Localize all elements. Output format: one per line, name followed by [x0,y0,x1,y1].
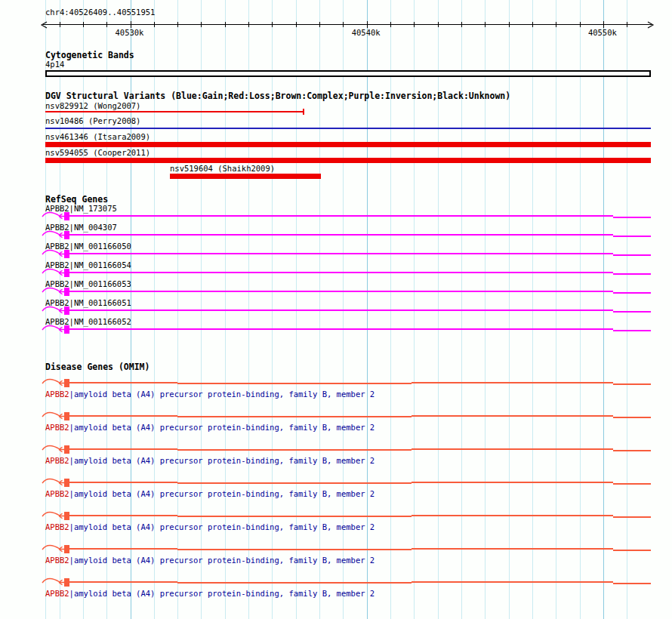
gene-line[interactable] [177,549,412,550]
gene-label[interactable]: APBB2|amyloid beta (A4) precursor protei… [45,457,375,465]
exon-block[interactable] [64,445,69,454]
gene-line[interactable] [412,548,613,550]
gene-description: |amyloid beta (A4) precursor protein-bin… [69,589,375,598]
intron-hat-icon [42,513,60,516]
gene-line[interactable] [412,482,613,483]
gene-line[interactable] [69,448,177,450]
gene-line[interactable] [613,417,651,418]
gene-line[interactable] [69,415,177,417]
gene-line[interactable] [177,416,412,417]
gene-line[interactable] [613,383,651,385]
gene-description: |amyloid beta (A4) precursor protein-bin… [69,423,375,432]
gene-label[interactable]: APBB2|amyloid beta (A4) precursor protei… [45,390,375,399]
gene-line[interactable] [613,516,651,518]
gene-label[interactable]: APBB2|amyloid beta (A4) precursor protei… [45,523,375,531]
intron-hat-icon [42,579,60,583]
gene-line[interactable] [177,449,412,451]
gene-line[interactable] [613,483,651,485]
exon-block[interactable] [64,379,69,387]
gene-line[interactable] [69,581,177,583]
gene-line[interactable] [412,581,613,583]
gene-symbol: APBB2 [45,423,69,432]
omim-track: APBB2|amyloid beta (A4) precursor protei… [0,0,672,619]
gene-line[interactable] [412,448,613,450]
gene-line[interactable] [412,415,613,417]
gene-line[interactable] [412,515,613,516]
intron-hat-icon [42,413,60,417]
gene-line[interactable] [177,482,412,484]
gene-description: |amyloid beta (A4) precursor protein-bin… [69,489,375,498]
gene-symbol: APBB2 [45,456,69,465]
gene-line[interactable] [613,550,651,551]
exon-block[interactable] [64,578,69,587]
gene-symbol: APBB2 [45,522,69,531]
gene-line[interactable] [412,382,613,383]
gene-line[interactable] [177,383,412,384]
genome-browser-view: chr4:40526409..40551951 40530k40540k4055… [0,0,672,619]
gene-line[interactable] [69,482,177,483]
gene-symbol: APBB2 [45,390,69,399]
gene-line[interactable] [177,516,412,517]
intron-hat-icon [42,380,60,383]
gene-line[interactable] [177,582,412,584]
gene-line[interactable] [69,548,177,550]
exon-block[interactable] [64,479,69,487]
gene-symbol: APBB2 [45,489,69,498]
gene-label[interactable]: APBB2|amyloid beta (A4) precursor protei… [45,490,375,498]
gene-label[interactable]: APBB2|amyloid beta (A4) precursor protei… [45,423,375,432]
gene-line[interactable] [69,515,177,516]
gene-line[interactable] [69,382,177,383]
gene-symbol: APBB2 [45,556,69,565]
exon-block[interactable] [64,512,69,520]
gene-line[interactable] [613,450,651,451]
exon-block[interactable] [64,412,69,420]
gene-description: |amyloid beta (A4) precursor protein-bin… [69,556,375,565]
gene-description: |amyloid beta (A4) precursor protein-bin… [69,522,375,531]
intron-hat-icon [42,546,60,550]
gene-symbol: APBB2 [45,589,69,598]
intron-hat-icon [42,446,60,450]
gene-label[interactable]: APBB2|amyloid beta (A4) precursor protei… [45,556,375,565]
intron-hat-icon [42,479,60,483]
gene-line[interactable] [613,583,651,584]
gene-description: |amyloid beta (A4) precursor protein-bin… [69,390,375,399]
gene-description: |amyloid beta (A4) precursor protein-bin… [69,456,375,465]
gene-label[interactable]: APBB2|amyloid beta (A4) precursor protei… [45,590,375,598]
exon-block[interactable] [64,545,69,553]
